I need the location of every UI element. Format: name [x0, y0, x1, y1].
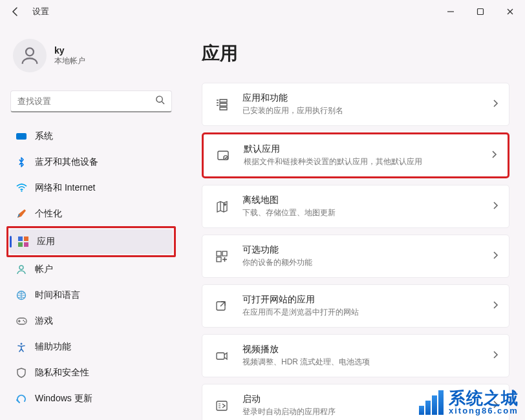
card-sub: 在应用而不是浏览器中打开的网站 — [242, 307, 492, 318]
card-title: 离线地图 — [242, 194, 492, 206]
card-title: 可选功能 — [242, 244, 492, 256]
windows-update-icon — [16, 393, 27, 404]
video-playback-icon — [213, 347, 231, 365]
page-title: 应用 — [202, 41, 509, 66]
nav-list: 系统 蓝牙和其他设备 网络和 Internet — [8, 124, 175, 411]
svg-point-9 — [21, 343, 23, 345]
chevron-right-icon — [492, 201, 498, 213]
minimize-button[interactable] — [436, 0, 466, 23]
card-default-apps[interactable]: 默认应用 根据文件和链接种类设置的默认应用，其他默认应用 — [202, 132, 509, 178]
card-sub: 你的设备的额外功能 — [242, 257, 492, 268]
svg-point-2 — [156, 96, 162, 102]
watermark: 系统之城 xitong86.com — [419, 390, 519, 415]
sidebar-item-windows-update[interactable]: Windows 更新 — [8, 386, 175, 411]
avatar — [13, 39, 47, 72]
sidebar-item-gaming[interactable]: 游戏 — [8, 309, 175, 333]
sidebar-item-system[interactable]: 系统 — [8, 124, 175, 149]
system-icon — [16, 131, 27, 142]
time-language-icon — [16, 289, 27, 301]
svg-point-7 — [23, 320, 24, 321]
apps-features-icon — [213, 96, 231, 114]
back-button[interactable] — [5, 1, 26, 22]
svg-rect-12 — [217, 251, 221, 256]
sidebar-item-label: 系统 — [35, 131, 53, 142]
chevron-right-icon — [491, 150, 497, 162]
app-title: 设置 — [32, 6, 49, 17]
card-title: 应用和功能 — [242, 92, 492, 104]
profile-account-type: 本地帐户 — [54, 56, 85, 67]
card-sub: 下载、存储位置、地图更新 — [242, 207, 492, 218]
card-apps-features[interactable]: 应用和功能 已安装的应用，应用执行别名 — [202, 83, 509, 126]
wifi-icon — [16, 182, 27, 194]
bluetooth-icon — [16, 156, 27, 168]
optional-features-icon — [213, 247, 231, 266]
card-apps-for-websites[interactable]: 可打开网站的应用 在应用而不是浏览器中打开的网站 — [202, 284, 509, 328]
card-title: 可打开网站的应用 — [242, 294, 492, 306]
sidebar-item-label: 网络和 Internet — [35, 182, 95, 194]
startup-icon — [213, 397, 231, 415]
close-button[interactable] — [495, 0, 525, 23]
card-title: 默认应用 — [244, 143, 491, 155]
svg-point-8 — [24, 321, 25, 322]
svg-point-1 — [26, 48, 34, 56]
sidebar-item-label: 应用 — [37, 236, 55, 247]
chevron-right-icon — [492, 99, 498, 110]
search-icon — [155, 95, 165, 107]
svg-rect-13 — [222, 251, 227, 256]
gaming-icon — [16, 315, 27, 327]
svg-point-4 — [19, 266, 23, 269]
sidebar-item-label: 蓝牙和其他设备 — [35, 156, 98, 168]
profile-block[interactable]: ky 本地帐户 — [8, 35, 175, 84]
svg-rect-0 — [478, 9, 484, 15]
callout-box-apps-nav: 应用 — [6, 226, 176, 257]
sidebar-item-network[interactable]: 网络和 Internet — [8, 176, 175, 200]
card-optional-features[interactable]: 可选功能 你的设备的额外功能 — [202, 235, 509, 278]
sidebar-item-time-language[interactable]: 时间和语言 — [8, 283, 175, 308]
paintbrush-icon — [16, 208, 27, 220]
card-offline-maps[interactable]: 离线地图 下载、存储位置、地图更新 — [202, 185, 509, 228]
titlebar: 设置 — [0, 0, 525, 23]
chevron-right-icon — [492, 251, 498, 262]
card-title: 视频播放 — [242, 344, 492, 355]
sidebar-item-privacy[interactable]: 隐私和安全性 — [8, 361, 175, 385]
chevron-right-icon — [492, 350, 498, 362]
sidebar-item-label: 辅助功能 — [35, 341, 71, 353]
watermark-text: 系统之城 — [449, 390, 519, 406]
sidebar-item-apps[interactable]: 应用 — [10, 229, 173, 254]
sidebar-item-accounts[interactable]: 帐户 — [8, 257, 175, 282]
default-apps-icon — [214, 147, 232, 165]
offline-maps-icon — [213, 198, 231, 216]
sidebar-item-personalization[interactable]: 个性化 — [8, 202, 175, 226]
maximize-button[interactable] — [466, 0, 495, 23]
card-video-playback[interactable]: 视频播放 视频调整、HDR 流式处理、电池选项 — [202, 334, 509, 377]
sidebar-item-label: 隐私和安全性 — [35, 367, 89, 379]
sidebar-item-label: 帐户 — [35, 264, 53, 275]
card-sub: 视频调整、HDR 流式处理、电池选项 — [242, 357, 492, 368]
search-input[interactable] — [17, 96, 155, 106]
sidebar-item-label: 时间和语言 — [35, 289, 80, 301]
apps-websites-icon — [213, 297, 231, 315]
svg-rect-14 — [217, 257, 221, 262]
chevron-right-icon — [492, 300, 498, 312]
svg-rect-16 — [217, 353, 224, 359]
sidebar-item-label: 个性化 — [35, 208, 62, 220]
main-content: 应用 应用和功能 已安装的应用，应用执行别名 默认应用 根据文件和链接种类设置的… — [182, 23, 525, 420]
card-sub: 根据文件和链接种类设置的默认应用，其他默认应用 — [244, 156, 491, 167]
svg-point-3 — [21, 191, 22, 192]
sidebar-item-label: Windows 更新 — [35, 393, 92, 404]
watermark-logo-icon — [419, 390, 444, 415]
apps-icon — [17, 236, 29, 247]
shield-icon — [16, 367, 27, 379]
sidebar-item-bluetooth[interactable]: 蓝牙和其他设备 — [8, 150, 175, 174]
card-sub: 已安装的应用，应用执行别名 — [242, 105, 492, 116]
sidebar-item-accessibility[interactable]: 辅助功能 — [8, 335, 175, 359]
sidebar-item-label: 游戏 — [35, 315, 53, 327]
accounts-icon — [16, 264, 27, 275]
search-box[interactable] — [10, 90, 172, 112]
watermark-url: xitong86.com — [449, 406, 519, 415]
accessibility-icon — [16, 341, 27, 353]
sidebar: ky 本地帐户 系统 蓝牙和其他设备 — [0, 23, 182, 420]
profile-name: ky — [54, 45, 85, 56]
